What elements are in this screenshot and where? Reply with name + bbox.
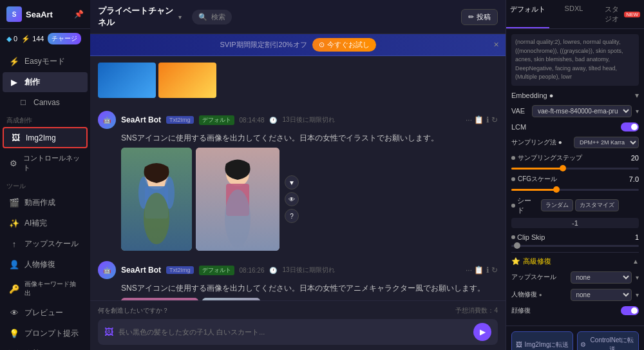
sidebar-item-upscale[interactable]: ↑ アップスケール bbox=[3, 234, 88, 254]
chat-input-field[interactable] bbox=[118, 328, 468, 336]
person-restore-select[interactable]: none bbox=[571, 289, 632, 301]
sampling-method-select[interactable]: DPM++ 2M Karra bbox=[574, 137, 639, 148]
seed-random-btn[interactable]: ランダム bbox=[541, 199, 573, 211]
embedding-label: Embedding ● bbox=[511, 92, 631, 99]
canvas-icon: □ bbox=[18, 97, 28, 107]
msg1-expiry: 13日後に期限切れ bbox=[282, 115, 334, 124]
post-button[interactable]: ✏ 投稿 bbox=[461, 9, 498, 25]
msg2-text: SNSアイコンに使用する画像を出力してください。日本の女性でアニメキャラクター風… bbox=[98, 283, 498, 294]
right-panel-bottom: 🖼 Img2Imgに転送 ⚙ ControlNetに転送 bbox=[506, 326, 644, 351]
create-icon: ▶ bbox=[9, 77, 19, 87]
sampling-steps-thumb[interactable] bbox=[560, 165, 566, 171]
sidebar-item-canvas[interactable]: □ Canvas bbox=[3, 93, 88, 112]
vae-dropdown-icon[interactable]: ▾ bbox=[636, 108, 639, 115]
top-image-1 bbox=[98, 63, 156, 98]
input-attach-icon[interactable]: 🖼 bbox=[104, 327, 113, 337]
controlnet-transfer-button[interactable]: ⚙ ControlNetに転送 bbox=[577, 331, 639, 351]
cfg-track[interactable] bbox=[511, 189, 639, 191]
svg-rect-10 bbox=[121, 298, 198, 300]
remaining-label: 何を創造したいですか？ bbox=[98, 306, 169, 315]
sidebar-menu: ⚡ Easyモード ▶ 創作 □ Canvas 高成創作 🖼 Img2Img ⚙… bbox=[0, 48, 90, 350]
msg1-image-1[interactable] bbox=[121, 148, 192, 251]
sidebar-item-label: 創作 bbox=[24, 77, 40, 88]
msg2-image-1[interactable] bbox=[121, 298, 198, 300]
msg1-scroll-down[interactable]: ▼ bbox=[285, 175, 299, 190]
sampling-steps-track[interactable] bbox=[511, 168, 639, 170]
channel-dropdown-icon[interactable]: ▾ bbox=[178, 14, 182, 21]
sidebar-item-label: プレビュー bbox=[24, 307, 63, 318]
face-restore-toggle[interactable] bbox=[621, 306, 639, 315]
clip-skip-row: Clip Skip 1 bbox=[511, 233, 639, 241]
msg2-clock-icon: 🕐 bbox=[269, 267, 277, 274]
msg1-question[interactable]: ? bbox=[285, 209, 299, 223]
main-content: プライベートチャンネル ▾ 🔍 検索 ✏ 投稿 SVIP期間限定割引20%オフ … bbox=[90, 0, 506, 350]
search-box[interactable]: 🔍 検索 bbox=[192, 10, 232, 24]
vae-select[interactable]: vae-ft-mse-840000-ema-pru bbox=[532, 105, 632, 117]
msg1-eye[interactable]: 👁 bbox=[285, 192, 299, 206]
diamond-stat: ◆ 0 bbox=[6, 35, 17, 43]
sidebar-item-ai-complete[interactable]: ✨ AI補完 bbox=[3, 213, 88, 233]
promo-button-icon: ⊙ bbox=[319, 41, 325, 49]
sidebar-item-preview[interactable]: 👁 プレビュー bbox=[3, 303, 88, 323]
easy-mode-icon: ⚡ bbox=[9, 57, 19, 66]
input-row: 🖼 ▶ bbox=[98, 319, 498, 345]
sampling-steps-slider[interactable] bbox=[511, 168, 639, 170]
img2img-transfer-button[interactable]: 🖼 Img2Imgに転送 bbox=[511, 331, 573, 351]
clip-dot bbox=[511, 235, 515, 239]
clip-skip-label: Clip Skip bbox=[511, 233, 622, 241]
pin-icon[interactable]: 📌 bbox=[74, 10, 84, 19]
msg2-time: 08:16:26 bbox=[240, 267, 265, 274]
video-icon: 🎬 bbox=[9, 198, 19, 208]
img2img-transfer-icon: 🖼 bbox=[516, 341, 522, 348]
sidebar-item-label: プロンプト提示 bbox=[24, 328, 79, 339]
neg-prompt-box[interactable]: (normal quality:2), lowres, normal quali… bbox=[511, 34, 639, 86]
embedding-chevron[interactable]: ▾ bbox=[635, 91, 639, 100]
upscale-dropdown-icon[interactable]: ▾ bbox=[636, 274, 639, 281]
msg1-images: ▼ 👁 ? bbox=[98, 148, 498, 251]
lcm-toggle[interactable] bbox=[621, 122, 639, 131]
sidebar-item-restore-person[interactable]: 👤 人物修復 bbox=[3, 255, 88, 275]
upscale-select[interactable]: none bbox=[571, 271, 632, 284]
sidebar-item-keyword[interactable]: 🔑 画像キーワード抽出 bbox=[3, 275, 88, 302]
sidebar-item-img2img[interactable]: 🖼 Img2Img bbox=[3, 127, 88, 148]
sidebar-item-label: アップスケール bbox=[24, 238, 79, 249]
sidebar-item-prompt[interactable]: 💡 プロンプト提示 bbox=[3, 324, 88, 344]
section-label-tools: ツール bbox=[0, 178, 90, 192]
cfg-thumb[interactable] bbox=[553, 186, 560, 193]
send-button[interactable]: ▶ bbox=[473, 323, 491, 341]
sidebar-item-controlnet[interactable]: ⚙ コントロールネット bbox=[3, 149, 88, 177]
msg1-header: 🤖 SeaArt Bot Txt2Img デフォルト 08:14:48 🕐 13… bbox=[98, 111, 498, 129]
sidebar-header: S SeaArt 📌 bbox=[0, 0, 90, 29]
tab-studio[interactable]: スタジオ NEW bbox=[598, 0, 644, 28]
msg1-actions[interactable]: ··· 📋 ℹ ↻ bbox=[466, 115, 498, 124]
tab-default[interactable]: デフォルト bbox=[506, 0, 549, 28]
seed-buttons: ランダム カスタマイズ bbox=[541, 199, 619, 211]
cfg-slider[interactable] bbox=[511, 189, 639, 191]
sidebar-item-video[interactable]: 🎬 動画作成 bbox=[3, 193, 88, 213]
promo-button[interactable]: ⊙ 今すぐお試し bbox=[312, 38, 376, 52]
sidebar-item-label: コントロールネット bbox=[23, 153, 81, 173]
msg2-image-2[interactable] bbox=[202, 298, 260, 300]
person-restore-dropdown[interactable]: ▾ bbox=[636, 291, 639, 298]
preview-icon: 👁 bbox=[9, 308, 19, 318]
msg1-image-2[interactable] bbox=[196, 148, 279, 251]
sidebar-item-create[interactable]: ▶ 創作 bbox=[3, 72, 88, 92]
msg1-time: 08:14:48 bbox=[240, 117, 265, 124]
charge-button[interactable]: チャージ bbox=[48, 33, 81, 44]
upscale-row: アップスケール none ▾ bbox=[511, 271, 639, 284]
keyword-icon: 🔑 bbox=[9, 284, 19, 294]
seed-value: -1 bbox=[511, 218, 639, 228]
clip-skip-thumb[interactable] bbox=[514, 242, 520, 249]
tab-sdxl[interactable]: SDXL bbox=[549, 0, 598, 28]
sidebar-item-label: 動画作成 bbox=[24, 197, 55, 208]
img2img-icon: 🖼 bbox=[10, 133, 21, 142]
diamond-icon: ◆ bbox=[6, 35, 12, 43]
promo-close-icon[interactable]: ✕ bbox=[493, 41, 499, 49]
person-restore-row: 人物修復 ● none ▾ bbox=[511, 289, 639, 301]
clip-skip-track[interactable] bbox=[511, 245, 639, 247]
sidebar-item-easy-mode[interactable]: ⚡ Easyモード bbox=[3, 52, 88, 72]
msg2-actions[interactable]: ··· 📋 ℹ ↻ bbox=[466, 266, 498, 275]
seed-customize-btn[interactable]: カスタマイズ bbox=[575, 199, 619, 211]
advanced-chevron[interactable]: ▲ bbox=[632, 258, 639, 265]
advanced-header[interactable]: ⭐ 高級修復 ▲ bbox=[511, 257, 639, 266]
